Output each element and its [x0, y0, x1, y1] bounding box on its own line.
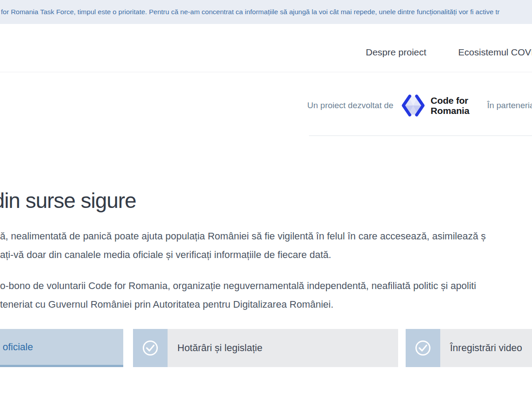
code-for-romania-link[interactable]: Code for Romania	[400, 94, 469, 117]
code-for-romania-logo-icon	[400, 94, 426, 117]
partnership-label: În parteneriat cu	[487, 101, 532, 110]
intro-paragraph-2-line-2: teneriat cu Guvernul României prin Autor…	[0, 299, 333, 310]
main-nav: Despre proiect Ecosistemul COVID-19	[366, 24, 532, 76]
tab-hotarari-iconbox	[133, 329, 168, 367]
page: for Romania Task Force, timpul este o pr…	[0, 0, 532, 399]
nav-link-despre-proiect[interactable]: Despre proiect	[366, 47, 426, 58]
tab-stiri-oficiale[interactable]: oficiale	[0, 329, 123, 367]
intro-paragraph-1-line-1: ă, nealimentată de panică poate ajuta po…	[0, 231, 486, 242]
tab-video-labelbox: Înregistrări video	[440, 329, 532, 367]
tab-hotarari-labelbox: Hotărâri și legislație	[168, 329, 398, 367]
announcement-text: for Romania Task Force, timpul este o pr…	[1, 0, 500, 24]
announcement-banner: for Romania Task Force, timpul este o pr…	[0, 0, 532, 24]
tab-hotarari-label: Hotărâri și legislație	[177, 342, 262, 354]
tab-video-label: Înregistrări video	[450, 342, 522, 354]
tab-inregistrari-video[interactable]: Înregistrări video	[406, 329, 532, 367]
partner-row: Un proiect dezvoltat de Code for Romania…	[307, 75, 532, 136]
logo-line1: Code for	[430, 95, 468, 106]
tab-stiri-oficiale-label: oficiale	[0, 341, 33, 353]
tab-hotarari-legislatie[interactable]: Hotărâri și legislație	[133, 329, 398, 367]
check-circle-icon	[141, 339, 160, 357]
header: Despre proiect Ecosistemul COVID-19	[0, 24, 532, 72]
intro-paragraph-2-line-1: o-bono de voluntarii Code for Romania, o…	[0, 280, 476, 292]
logo-line2: Romania	[430, 106, 469, 116]
nav-link-ecosistemul-covid[interactable]: Ecosistemul COVID-19	[458, 47, 532, 58]
page-title: din surse sigure	[0, 188, 136, 213]
developed-by-label: Un proiect dezvoltat de	[307, 101, 393, 110]
check-circle-icon	[414, 339, 432, 357]
tab-video-iconbox	[406, 329, 440, 367]
code-for-romania-wordmark: Code for Romania	[430, 95, 469, 116]
intro-paragraph-1-line-2: ați-vă doar din canalele media oficiale …	[0, 249, 331, 261]
partner-divider	[309, 135, 532, 136]
